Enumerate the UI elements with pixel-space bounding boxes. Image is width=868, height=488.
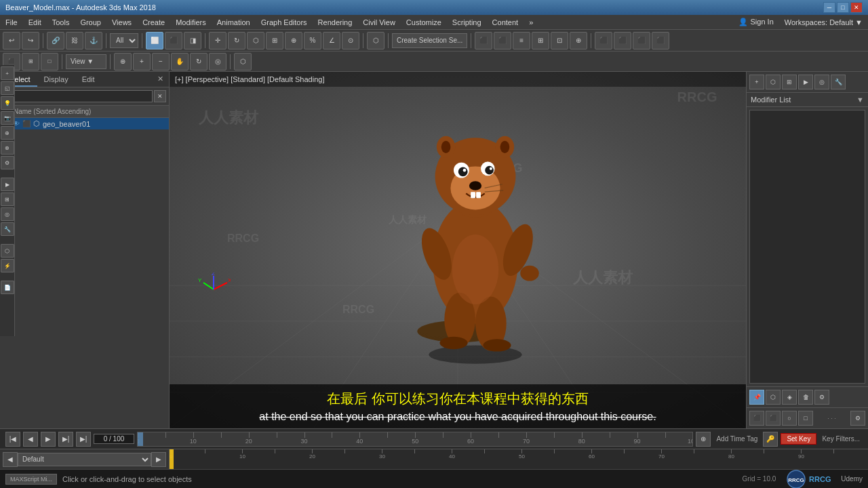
menu-edit[interactable]: Edit <box>23 17 47 28</box>
create-panel-btn[interactable]: + <box>749 75 764 89</box>
view-dropdown[interactable]: View ▼ <box>66 54 106 69</box>
vp-zoom2-button[interactable]: − <box>152 53 170 70</box>
frame-marker[interactable] <box>170 449 174 469</box>
bind-button[interactable]: ⚓ <box>85 32 102 49</box>
menu-rendering[interactable]: Rendering <box>313 17 358 28</box>
vp-zoom-button[interactable]: + <box>133 53 151 70</box>
tab-edit[interactable]: Edit <box>75 73 102 87</box>
pin-stack-btn[interactable]: 📌 <box>749 390 764 405</box>
menu-customize[interactable]: Customize <box>401 17 447 28</box>
layer-button[interactable]: ⊕ <box>570 32 587 49</box>
named-select-button[interactable]: ⬛ <box>475 32 492 49</box>
scene-search-input[interactable] <box>3 90 153 102</box>
workspace-dropdown[interactable]: Workspaces: Default ▼ <box>779 17 868 28</box>
cursor-button[interactable]: ⬡ <box>367 32 384 49</box>
spacewarp-icon-btn[interactable]: ⊗ <box>1 141 14 155</box>
window-crossing-button[interactable]: ◨ <box>184 32 201 49</box>
minimize-button[interactable]: ─ <box>823 2 835 13</box>
vp-pan-button[interactable]: ✋ <box>171 53 189 70</box>
menu-scripting[interactable]: Scripting <box>447 17 487 28</box>
layer-dropdown[interactable]: Default <box>18 453 151 466</box>
menu-modifiers[interactable]: Modifiers <box>170 17 212 28</box>
show-end-result-btn[interactable]: ⬡ <box>766 390 781 405</box>
current-frame-marker[interactable] <box>138 432 143 446</box>
frame-counter[interactable]: 0 / 100 <box>94 434 134 444</box>
key-mode-btn[interactable]: 🔑 <box>763 432 778 447</box>
create-selection-button[interactable]: Create Selection Se... <box>392 33 467 48</box>
select-region-button[interactable]: ⬛ <box>165 32 182 49</box>
filter-dropdown[interactable]: All <box>110 33 138 48</box>
render-frame-button[interactable]: ⬛ <box>633 32 650 49</box>
mod-extra-1[interactable]: ⬛ <box>749 411 764 426</box>
create-icon-btn[interactable]: + <box>1 66 14 80</box>
file-icon-btn[interactable]: 📄 <box>1 281 14 294</box>
redo-button[interactable]: ↪ <box>22 32 39 49</box>
go-end-btn[interactable]: ▶| <box>76 432 91 447</box>
motion-icon-btn[interactable]: ▶ <box>1 178 14 191</box>
vp-fov-button[interactable]: ◎ <box>209 53 226 70</box>
display2-icon-btn[interactable]: ◎ <box>1 207 14 221</box>
menu-tools[interactable]: Tools <box>47 17 75 28</box>
mod-extra-5[interactable]: ⚙ <box>850 411 865 426</box>
set-key-btn[interactable]: Set Key <box>781 433 816 445</box>
go-start-btn[interactable]: |◀ <box>5 432 20 447</box>
search-close-button[interactable]: ✕ <box>154 90 166 102</box>
align-button[interactable]: ≡ <box>513 32 530 49</box>
helpers-icon-btn[interactable]: ⊕ <box>1 126 14 140</box>
menu-views[interactable]: Views <box>106 17 137 28</box>
viewport-3d[interactable]: [+] [Perspective] [Standard] [Default Sh… <box>170 72 746 428</box>
material-editor-button[interactable]: ⬛ <box>652 32 669 49</box>
modify-panel-btn[interactable]: ⬡ <box>766 75 781 89</box>
close-button[interactable]: ✕ <box>850 2 863 13</box>
mirror-button[interactable]: ⬛ <box>494 32 511 49</box>
scene-item-beaver[interactable]: ▶ 👁 ⬛ ⬡ geo_beaver01 <box>0 118 169 129</box>
menu-civil-view[interactable]: Civil View <box>357 17 400 28</box>
menu-more[interactable]: » <box>524 17 538 28</box>
prev-frame-btn[interactable]: ◀ <box>23 432 38 447</box>
menu-animation[interactable]: Animation <box>212 17 256 28</box>
menu-file[interactable]: File <box>0 17 23 28</box>
menu-content[interactable]: Content <box>487 17 524 28</box>
shapes-icon-btn[interactable]: ◱ <box>1 81 14 95</box>
utilities-icon-btn[interactable]: 🔧 <box>1 222 14 236</box>
layer-next-btn[interactable]: ▶ <box>151 452 166 467</box>
select-move-button[interactable]: ✛ <box>209 32 226 49</box>
next-frame-btn[interactable]: ▶| <box>58 432 73 447</box>
render-button[interactable]: ⬛ <box>614 32 631 49</box>
mod-extra-4[interactable]: □ <box>798 411 813 426</box>
unlink-button[interactable]: ⛓ <box>66 32 83 49</box>
mod-extra-2[interactable]: ⬛ <box>766 411 781 426</box>
sign-in-button[interactable]: 👤 Sign In <box>733 16 778 28</box>
anim-icon-btn[interactable]: ⚡ <box>1 259 14 272</box>
layer-prev-btn[interactable]: ◀ <box>3 452 18 467</box>
time-ruler[interactable]: 0102030405060708090100 <box>137 432 693 447</box>
vp-orbit-button[interactable]: ↻ <box>190 53 208 70</box>
render-setup-button[interactable]: ⬛ <box>595 32 612 49</box>
spinner-button[interactable]: ⊙ <box>342 32 359 49</box>
tab-display[interactable]: Display <box>37 73 75 87</box>
hierarchy-panel-btn[interactable]: ⊞ <box>782 75 797 89</box>
pivot-button[interactable]: ⊕ <box>285 32 302 49</box>
scale-button[interactable]: ⬡ <box>247 32 264 49</box>
camera-icon-btn[interactable]: 📷 <box>1 111 14 125</box>
key-filters-btn[interactable]: Key Filters... <box>819 435 863 443</box>
vp-minmax-button[interactable]: ⬡ <box>234 53 252 70</box>
menu-group[interactable]: Group <box>75 17 106 28</box>
add-time-tag-btn[interactable]: ⊕ <box>696 432 711 447</box>
maximize-button[interactable]: □ <box>837 2 849 13</box>
remove-modifier-btn[interactable]: 🗑 <box>798 390 813 405</box>
link-button[interactable]: 🔗 <box>47 32 64 49</box>
timeline-area[interactable]: 0102030405060708090100 <box>170 449 868 469</box>
systems-icon-btn[interactable]: ⚙ <box>1 156 14 169</box>
mod-extra-3[interactable]: ○ <box>782 411 797 426</box>
select-button[interactable]: ⬜ <box>146 32 163 49</box>
display-panel-btn[interactable]: ◎ <box>814 75 829 89</box>
maxscript-mini-btn[interactable]: MAXScript Mi... <box>5 474 57 485</box>
play-btn[interactable]: ▶ <box>41 432 56 447</box>
hierarchy-icon-btn[interactable]: ⊞ <box>1 192 14 206</box>
angle-snap-button[interactable]: ∠ <box>323 32 340 49</box>
viewport-shading-button[interactable]: ⊞ <box>22 53 39 70</box>
ref-coord-button[interactable]: ⊞ <box>266 32 283 49</box>
vp-home-button[interactable]: ⊕ <box>114 53 132 70</box>
snap-button[interactable]: % <box>304 32 321 49</box>
